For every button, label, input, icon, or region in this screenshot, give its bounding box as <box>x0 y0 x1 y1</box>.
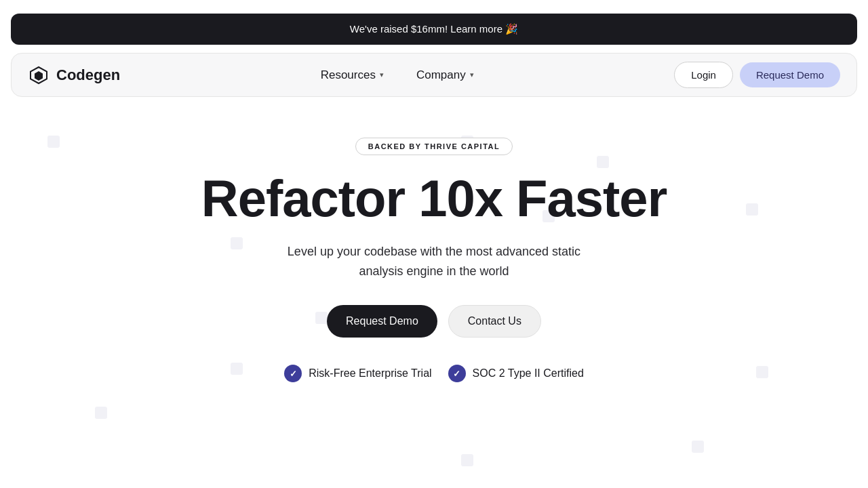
nav-resources-label: Resources <box>321 68 376 82</box>
nav-company-label: Company <box>416 68 466 82</box>
hero-section: BACKED BY THRIVE CAPITAL Refactor 10x Fa… <box>163 97 705 382</box>
logo-text: Codegen <box>56 66 120 84</box>
chevron-down-icon: ▾ <box>470 70 474 79</box>
nav-item-resources[interactable]: Resources ▾ <box>307 63 397 87</box>
trust-item-enterprise: ✓ Risk-Free Enterprise Trial <box>284 365 431 382</box>
announcement-banner[interactable]: We've raised $16mm! Learn more 🎉 <box>11 14 857 45</box>
hero-buttons: Request Demo Contact Us <box>327 305 541 338</box>
logo[interactable]: Codegen <box>28 64 120 86</box>
trust-label-enterprise: Risk-Free Enterprise Trial <box>309 367 431 380</box>
check-mark-soc: ✓ <box>453 369 460 379</box>
hero-title: Refactor 10x Faster <box>201 171 667 226</box>
nav-item-company[interactable]: Company ▾ <box>403 63 488 87</box>
trust-label-soc: SOC 2 Type II Certified <box>473 367 584 380</box>
page-wrapper: We've raised $16mm! Learn more 🎉 Codegen… <box>0 0 868 382</box>
request-demo-hero-button[interactable]: Request Demo <box>327 305 437 338</box>
contact-us-button[interactable]: Contact Us <box>448 305 541 338</box>
chevron-down-icon: ▾ <box>380 70 384 79</box>
trust-badges: ✓ Risk-Free Enterprise Trial ✓ SOC 2 Typ… <box>284 365 584 382</box>
request-demo-nav-button[interactable]: Request Demo <box>740 62 840 87</box>
nav-right: Login Request Demo <box>674 62 840 88</box>
logo-icon <box>28 64 50 86</box>
announcement-text: We've raised $16mm! Learn more 🎉 <box>350 23 518 35</box>
login-button[interactable]: Login <box>674 62 733 88</box>
navbar: Codegen Resources ▾ Company ▾ Login Requ… <box>11 53 857 97</box>
check-mark: ✓ <box>290 369 297 379</box>
backed-badge: BACKED BY THRIVE CAPITAL <box>355 138 513 155</box>
hero-subtitle: Level up your codebase with the most adv… <box>264 242 604 281</box>
nav-center: Resources ▾ Company ▾ <box>307 63 488 87</box>
check-icon-enterprise: ✓ <box>284 365 302 382</box>
trust-item-soc: ✓ SOC 2 Type II Certified <box>448 365 584 382</box>
check-icon-soc: ✓ <box>448 365 466 382</box>
